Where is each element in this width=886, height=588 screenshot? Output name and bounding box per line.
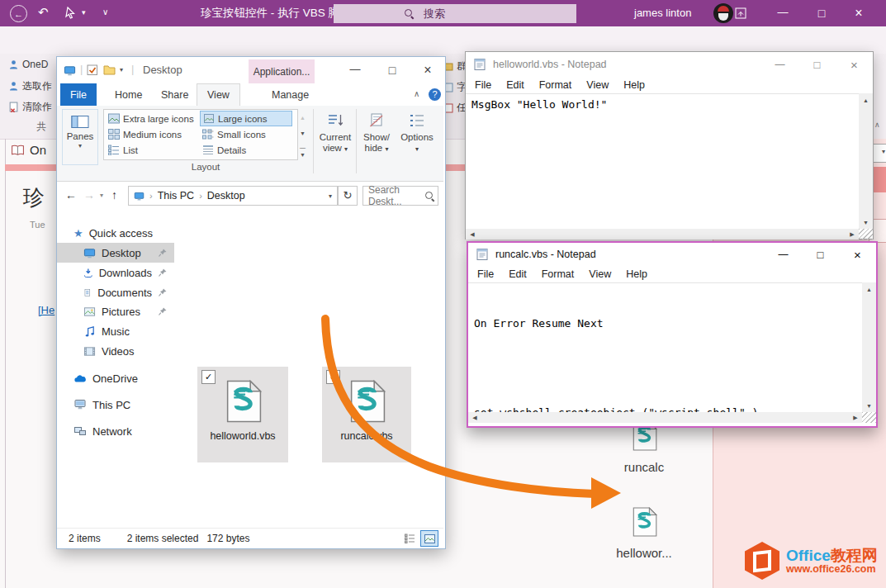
scroll-down-icon[interactable]: ▼ [862,399,876,412]
notepad2-menu-edit[interactable]: Edit [501,268,534,280]
notepad2-minimize-button[interactable]: — [765,243,802,266]
nav-back-icon[interactable]: ← [65,188,77,202]
notepad1-minimize-button[interactable]: — [761,52,798,77]
notepad1-maximize-button[interactable]: □ [798,52,836,77]
ribbon-button-right-1[interactable]: 群 [443,59,467,74]
account-name[interactable]: james linton [634,0,691,26]
layout-list[interactable]: List [106,142,203,158]
gallery-scroll-up-icon[interactable]: ▲ [297,110,308,126]
nav-history-dropdown-icon[interactable]: ▾ [100,192,103,199]
current-view-button[interactable]: Currentview ▾ [316,109,354,175]
address-box[interactable]: › This PC › Desktop ▾ [128,186,338,206]
maximize-button[interactable]: □ [805,0,838,26]
notepad2-menu-view[interactable]: View [581,268,618,280]
notepad1-close-button[interactable]: × [836,52,873,77]
ribbon-button-select-author[interactable]: 选取作 [8,79,52,93]
notepad2-close-button[interactable]: × [839,243,876,266]
quick-access-customize-icon[interactable]: ∨ [102,7,108,17]
notepad2-maximize-button[interactable]: □ [802,243,839,266]
page-hyperlink-fragment[interactable]: [He [38,304,54,316]
tab-share[interactable]: Share [151,83,198,106]
refresh-icon[interactable]: ↻ [338,186,358,206]
sidebar-item-videos[interactable]: Videos [57,341,174,361]
notepad1-menu-edit[interactable]: Edit [499,79,532,91]
details-view-button[interactable] [400,530,419,547]
notepad1-menu-view[interactable]: View [579,79,616,91]
scroll-right-icon[interactable]: ▶ [849,415,862,421]
sidebar-item-downloads[interactable]: Downloads [57,263,174,282]
tab-home[interactable]: Home [105,83,152,106]
notepad1-resize-grip[interactable] [859,229,873,239]
layout-extra-large-icons[interactable]: Extra large icons [106,111,203,126]
sidebar-item-network[interactable]: Network [57,421,174,441]
layout-details[interactable]: Details [200,142,297,158]
tab-manage[interactable]: Manage [262,83,319,106]
properties-checkbox-icon[interactable] [87,64,98,76]
explorer-minimize-button[interactable]: — [339,57,372,83]
address-dropdown-icon[interactable]: ▾ [329,192,332,200]
panes-button[interactable]: Panes ▾ [62,109,98,165]
close-button[interactable]: × [842,0,875,26]
notepad1-menu-help[interactable]: Help [616,79,652,91]
options-button[interactable]: Options▾ [397,109,437,175]
notepad2-resize-grip[interactable] [862,412,876,423]
ribbon-display-options-icon[interactable] [735,7,746,19]
undo-icon[interactable]: ↶ [38,5,49,20]
touch-mode-dropdown-icon[interactable]: ▾ [82,8,86,17]
collapse-chevron-icon[interactable]: ∧ [874,121,880,129]
scroll-left-icon[interactable]: ◀ [466,231,479,238]
ribbon-button-right-2[interactable]: 字 [443,80,467,94]
search-input[interactable]: 搜索 [334,4,576,23]
file-item-runcalc[interactable]: ✓ runcalc.vbs [322,367,411,462]
file-checkbox[interactable]: ✓ [201,370,216,384]
show-hide-button[interactable]: Show/hide ▾ [359,109,394,175]
layout-large-icons[interactable]: Large icons [200,111,292,126]
notepad2-horizontal-scrollbar[interactable]: ◀ ▶ [468,412,862,423]
notepad2-menu-file[interactable]: File [470,268,501,280]
explorer-close-button[interactable]: × [412,57,443,83]
nav-up-icon[interactable]: ↑ [111,188,117,202]
notebook-selector[interactable]: On [11,143,46,157]
layout-medium-icons[interactable]: Medium icons [106,126,203,142]
back-icon[interactable]: ← [10,5,27,22]
file-item-helloworld[interactable]: ✓ helloworld.vbs [197,367,288,462]
sidebar-item-music[interactable]: Music [57,321,174,341]
scroll-down-icon[interactable]: ▼ [859,216,873,229]
sidebar-item-onedrive[interactable]: OneDrive [57,368,174,388]
help-icon[interactable]: ? [429,88,441,101]
tab-view[interactable]: View [197,83,240,106]
scroll-left-icon[interactable]: ◀ [468,415,481,421]
gallery-scroll-down-icon[interactable]: ▼ [297,126,308,141]
desktop-icon-helloworld[interactable]: hellowor... [605,507,683,560]
nav-forward-icon[interactable]: → [83,188,95,202]
minimize-button[interactable]: — [766,0,799,26]
tab-file[interactable]: File [60,83,97,106]
notepad1-vertical-scrollbar[interactable]: ▲ ▼ [859,93,873,229]
file-checkbox[interactable]: ✓ [326,370,340,384]
explorer-search-input[interactable]: Search Deskt... [362,186,438,206]
notepad2-menu-format[interactable]: Format [534,268,582,280]
ribbon-button-right-3[interactable]: 任 [443,101,467,115]
ribbon-collapse-icon[interactable]: ∧ [414,89,419,98]
notepad1-menu-file[interactable]: File [467,79,499,91]
sidebar-item-quick-access[interactable]: ★ Quick access [57,223,174,243]
notepad2-text-area[interactable]: On Error Resume Next set wshshell=create… [468,282,862,413]
explorer-maximize-button[interactable]: □ [376,57,409,83]
thumbnail-view-button[interactable] [420,530,438,547]
notepad1-menu-format[interactable]: Format [532,79,580,91]
notepad2-vertical-scrollbar[interactable]: ▲ ▼ [862,282,876,412]
sidebar-item-documents[interactable]: Documents [57,282,174,302]
avatar[interactable] [713,3,733,23]
sidebar-item-desktop[interactable]: Desktop [57,243,174,263]
notepad1-horizontal-scrollbar[interactable]: ◀ ▶ [466,229,859,239]
scroll-up-icon[interactable]: ▲ [859,93,873,107]
breadcrumb-this-pc[interactable]: This PC [158,190,194,202]
desktop-icon-runcalc[interactable]: runcalc [611,421,677,474]
breadcrumb-desktop[interactable]: Desktop [207,190,245,202]
scroll-right-icon[interactable]: ▶ [846,231,859,238]
notepad2-menu-help[interactable]: Help [618,268,655,280]
qat-dropdown-icon[interactable]: ▾ [120,66,123,74]
gallery-more-icon[interactable]: —▼ [297,141,308,158]
layout-small-icons[interactable]: Small icons [200,126,297,142]
scroll-up-icon[interactable]: ▲ [862,282,876,296]
